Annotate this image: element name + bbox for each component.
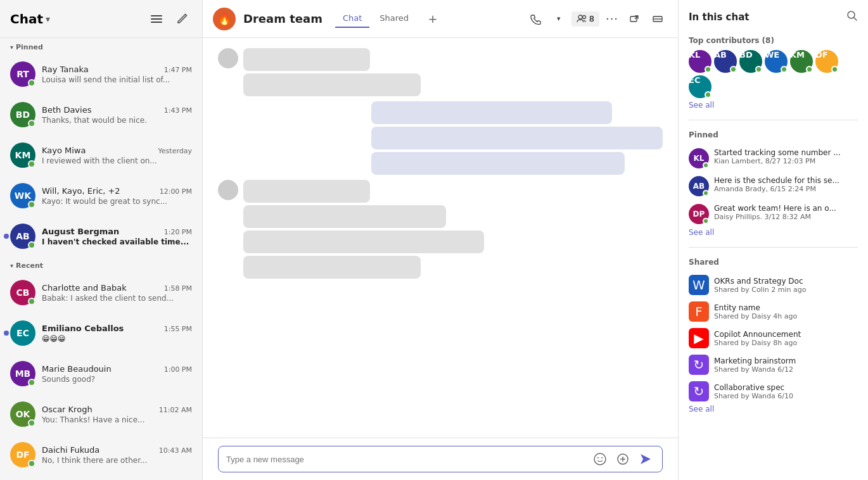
chat-name: Oscar Krogh	[42, 405, 93, 414]
chat-item-charlotte-babak[interactable]: CBCharlotte and Babak1:58 PMBabak: I ask…	[0, 272, 202, 313]
chat-list: ▾ Pinned RTRay Tanaka1:47 PMLouisa will …	[0, 38, 202, 480]
chat-name: Emiliano Ceballos	[42, 324, 124, 333]
chat-time: 1:00 PM	[164, 365, 192, 374]
pinned-avatar-wrap: AB	[689, 176, 709, 196]
pinned-status	[703, 190, 709, 196]
message-input[interactable]	[226, 455, 586, 464]
add-tab-button[interactable]: +	[424, 10, 442, 28]
emoji-button[interactable]	[591, 450, 609, 468]
svg-point-3	[578, 15, 582, 19]
status-dot	[28, 298, 35, 305]
status-dot	[28, 460, 35, 467]
participants-badge[interactable]: 8	[571, 11, 599, 27]
contributor-avatar[interactable]: DF	[815, 50, 838, 73]
tab-shared[interactable]: Shared	[372, 9, 416, 28]
chat-item-emiliano-ceballos[interactable]: ECEmiliano Ceballos1:55 PM😁😁😁	[0, 313, 202, 353]
pinned-items-right: KLStarted tracking some number ...Kian L…	[689, 144, 858, 228]
chat-preview: I reviewed with the client on...	[42, 156, 192, 165]
pinned-avatar-wrap: DP	[689, 204, 709, 224]
svg-point-9	[597, 457, 599, 458]
shared-items-right: WOKRs and Strategy DocShared by Colin 2 …	[689, 272, 858, 405]
shared-item[interactable]: ↻Marketing brainstormShared by Wanda 6/1…	[689, 351, 858, 378]
more-options-button[interactable]: ···	[602, 9, 622, 29]
message-bubble	[243, 48, 370, 71]
chat-item-kayo-miwa[interactable]: KMKayo MiwaYesterdayI reviewed with the …	[0, 135, 202, 175]
minimize-button[interactable]	[648, 9, 668, 29]
pinned-status	[703, 162, 709, 168]
contributors-see-all[interactable]: See all	[689, 101, 858, 110]
pinned-meta: Kian Lambert, 8/27 12:03 PM	[714, 157, 841, 165]
sidebar-title-text: Chat	[10, 11, 43, 27]
chat-preview: Sounds good?	[42, 375, 192, 384]
participants-count: 8	[589, 14, 594, 23]
pinned-item[interactable]: ABHere is the schedule for this se...Ama…	[689, 172, 858, 200]
chat-name: Kayo Miwa	[42, 146, 86, 155]
messages-area	[203, 38, 678, 438]
avatar-wrap: MB	[10, 361, 35, 386]
input-area	[203, 438, 678, 480]
contributor-status	[831, 66, 838, 73]
chat-item-info: Oscar Krogh11:02 AMYou: Thanks! Have a n…	[42, 405, 192, 424]
message-bubble	[243, 231, 484, 253]
divider-1	[689, 120, 858, 120]
chat-time: 10:43 AM	[159, 446, 192, 455]
status-dot	[28, 120, 35, 127]
right-panel-search-button[interactable]	[846, 10, 858, 23]
contributor-avatar[interactable]: WE	[765, 50, 788, 73]
compose-button[interactable]	[172, 9, 192, 29]
pinned-see-all[interactable]: See all	[689, 228, 858, 237]
contributor-avatar[interactable]: KL	[689, 50, 712, 73]
message-bubble	[243, 73, 421, 96]
message-bubble-group-right	[371, 101, 663, 175]
message-row-2	[218, 180, 663, 279]
chat-item-ray-tanaka[interactable]: RTRay Tanaka1:47 PMLouisa will send the …	[0, 54, 202, 94]
call-dropdown-button[interactable]: ▾	[549, 9, 569, 29]
unread-indicator	[4, 331, 9, 336]
send-button[interactable]	[637, 450, 654, 468]
shared-item[interactable]: WOKRs and Strategy DocShared by Colin 2 …	[689, 272, 858, 298]
shared-meta: Shared by Daisy 8h ago	[714, 339, 801, 347]
contributor-status	[705, 91, 712, 98]
shared-meta: Shared by Wanda 6/12	[714, 365, 796, 374]
shared-item[interactable]: FEntity nameShared by Daisy 4h ago	[689, 298, 858, 325]
chat-item-dream-team[interactable]: 🔥Dream teamYesterdayHave you run this by…	[0, 475, 202, 480]
chat-item-info: August Bergman1:20 PMI haven't checked a…	[42, 227, 192, 246]
chat-item-daichi-fukuda[interactable]: DFDaichi Fukuda10:43 AMNo, I think there…	[0, 434, 202, 475]
shared-see-all[interactable]: See all	[689, 405, 858, 414]
chat-preview: I haven't checked available time...	[42, 237, 192, 246]
status-dot	[28, 379, 35, 386]
contributor-status	[781, 66, 788, 73]
contributor-avatar[interactable]: EC	[689, 75, 712, 98]
chat-item-august-bergman[interactable]: ABAugust Bergman1:20 PMI haven't checked…	[0, 216, 202, 256]
pinned-item[interactable]: KLStarted tracking some number ...Kian L…	[689, 144, 858, 172]
chat-item-oscar-krogh[interactable]: OKOscar Krogh11:02 AMYou: Thanks! Have a…	[0, 394, 202, 434]
svg-point-10	[601, 457, 603, 458]
shared-item[interactable]: ▶Copilot AnnouncementShared by Daisy 8h …	[689, 325, 858, 351]
shared-title: OKRs and Strategy Doc	[714, 277, 806, 286]
pinned-section-label: ▾ Pinned	[0, 38, 202, 54]
chat-item-beth-davies[interactable]: BDBeth Davies1:43 PMThanks, that would b…	[0, 94, 202, 135]
contributors-section-label: Top contributors (8)	[689, 36, 858, 45]
attach-button[interactable]	[614, 450, 632, 468]
group-title: Dream team	[243, 12, 322, 25]
chat-item-marie-beaudouin[interactable]: MBMarie Beaudouin1:00 PMSounds good?	[0, 353, 202, 394]
chat-item-info: Will, Kayo, Eric, +212:00 PMKayo: It wou…	[42, 186, 192, 206]
call-button[interactable]	[526, 9, 546, 29]
filter-button[interactable]	[146, 9, 167, 29]
tab-chat[interactable]: Chat	[335, 9, 369, 28]
popout-button[interactable]	[625, 9, 645, 29]
chat-item-will-kayo[interactable]: WKWill, Kayo, Eric, +212:00 PMKayo: It w…	[0, 175, 202, 216]
pinned-item[interactable]: DPGreat work team! Here is an o...Daisy …	[689, 200, 858, 228]
chat-dropdown-icon[interactable]: ▾	[46, 14, 50, 24]
chat-preview: Louisa will send the initial list of...	[42, 75, 192, 84]
contributor-avatar[interactable]: KM	[790, 50, 813, 73]
main-tabs: Chat Shared	[335, 9, 416, 28]
chat-time: 1:20 PM	[164, 228, 192, 236]
shared-title: Marketing brainstorm	[714, 357, 796, 365]
status-dot	[28, 201, 35, 208]
contributor-status	[755, 66, 762, 73]
contributor-avatar[interactable]: AB	[714, 50, 737, 73]
contributor-avatar[interactable]: BD	[739, 50, 762, 73]
shared-meta: Shared by Colin 2 min ago	[714, 286, 806, 294]
shared-item[interactable]: ↻Collaborative specShared by Wanda 6/10	[689, 378, 858, 405]
